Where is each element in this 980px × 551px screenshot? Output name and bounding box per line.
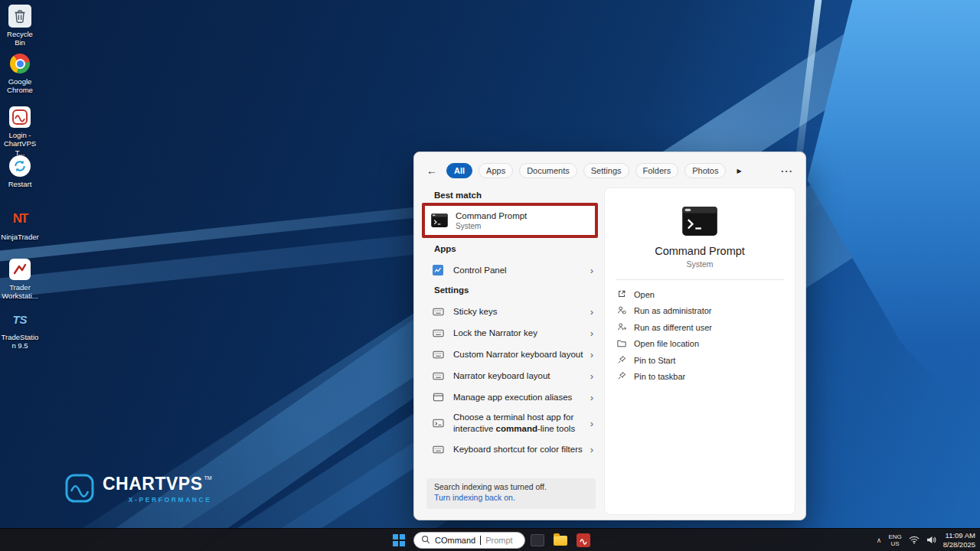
command-prompt-icon-large bbox=[682, 207, 717, 236]
clock-time: 11:09 AM bbox=[943, 531, 975, 540]
action-pin-to-taskbar[interactable]: Pin to taskbar bbox=[605, 369, 795, 386]
chevron-right-icon[interactable]: › bbox=[590, 370, 593, 382]
tab-settings[interactable]: Settings bbox=[583, 163, 629, 178]
tradestation-icon: TS bbox=[8, 308, 31, 331]
desktop-icon-chartvps-login[interactable]: Login - ChartVPS T... bbox=[2, 106, 38, 157]
windows-logo-icon bbox=[393, 534, 405, 546]
settings-results-list: Sticky keys › Lock the Narrator key › Cu… bbox=[425, 301, 598, 460]
action-open-file-location[interactable]: Open file location bbox=[605, 336, 795, 353]
desktop-icon-label: Trader Workstati... bbox=[2, 283, 38, 301]
chevron-right-icon[interactable]: › bbox=[590, 306, 593, 318]
desktop-icon-label: Recycle Bin bbox=[2, 30, 38, 47]
keyboard-icon bbox=[432, 328, 444, 338]
command-prompt-icon bbox=[431, 214, 448, 227]
restart-icon bbox=[8, 155, 31, 178]
desktop-icon-restart[interactable]: Restart bbox=[2, 155, 38, 188]
desktop-icon-tradestation[interactable]: TS TradeStation 9.5 bbox=[2, 308, 38, 350]
search-typed-text: COmmand bbox=[435, 536, 475, 545]
watermark-tagline: X-PERFORMANCE bbox=[103, 496, 212, 504]
result-color-filters-shortcut[interactable]: Keyboard shortcut for color filters › bbox=[425, 439, 598, 460]
ninjatrader-icon: NT bbox=[8, 207, 31, 230]
chevron-right-icon[interactable]: › bbox=[590, 328, 593, 339]
result-label: Lock the Narrator key bbox=[453, 328, 537, 339]
result-preview-pane: Command Prompt System Open Run as admini… bbox=[604, 187, 795, 515]
result-title: Command Prompt bbox=[456, 211, 527, 220]
desktop-icon-label: Login - ChartVPS T... bbox=[2, 131, 38, 157]
action-open[interactable]: Open bbox=[605, 286, 795, 303]
desktop-screen: Recycle Bin Google Chrome Login - ChartV… bbox=[0, 0, 980, 551]
result-app-execution-aliases[interactable]: Manage app execution aliases › bbox=[425, 386, 598, 408]
desktop-icon-label: Restart bbox=[8, 180, 32, 188]
taskbar-clock[interactable]: 11:09 AM 8/28/2025 bbox=[943, 531, 975, 549]
text-cursor bbox=[480, 536, 481, 545]
chartvps-watermark: CHARTVPS TM X-PERFORMANCE bbox=[64, 473, 212, 504]
taskbar: COmmand Prompt ∧ ENG US 11:09 AM 8/28/20… bbox=[0, 528, 980, 551]
result-custom-narrator-layout[interactable]: Custom Narrator keyboard layout › bbox=[425, 344, 598, 365]
desktop-icon-recycle-bin[interactable]: Recycle Bin bbox=[2, 5, 38, 47]
watermark-brand: CHARTVPS bbox=[103, 474, 203, 494]
taskbar-file-explorer[interactable] bbox=[553, 533, 568, 548]
dark-app-icon bbox=[531, 534, 544, 546]
chevron-right-icon[interactable]: › bbox=[590, 418, 593, 429]
chartvps-logo-icon bbox=[64, 473, 95, 504]
watermark-tm: TM bbox=[204, 475, 212, 481]
start-button[interactable] bbox=[390, 532, 407, 549]
search-icon bbox=[421, 533, 430, 547]
volume-icon[interactable] bbox=[926, 533, 936, 547]
trader-workstation-icon bbox=[8, 258, 31, 281]
language-indicator[interactable]: ENG US bbox=[888, 533, 901, 547]
search-flyout-panel: ← All Apps Documents Settings Folders Ph… bbox=[413, 152, 806, 520]
taskbar-app-dark-window[interactable] bbox=[530, 533, 545, 548]
chevron-right-icon[interactable]: › bbox=[590, 349, 593, 360]
tray-overflow-chevron-icon[interactable]: ∧ bbox=[877, 536, 882, 544]
search-filter-tabs: ← All Apps Documents Settings Folders Ph… bbox=[426, 161, 793, 180]
tab-folders[interactable]: Folders bbox=[635, 163, 679, 178]
result-narrator-layout[interactable]: Narrator keyboard layout › bbox=[425, 365, 598, 386]
result-terminal-host-app[interactable]: Choose a terminal host app for interacti… bbox=[425, 408, 598, 439]
back-arrow-icon[interactable]: ← bbox=[426, 165, 440, 177]
tab-photos[interactable]: Photos bbox=[684, 163, 726, 178]
system-tray: ∧ ENG US 11:09 AM 8/28/2025 bbox=[877, 529, 975, 551]
result-label: Manage app execution aliases bbox=[453, 392, 572, 403]
chevron-right-icon[interactable]: › bbox=[590, 392, 593, 403]
chevron-right-icon[interactable]: › bbox=[590, 265, 593, 276]
action-run-as-administrator[interactable]: Run as administrator bbox=[605, 303, 795, 320]
result-sticky-keys[interactable]: Sticky keys › bbox=[425, 301, 598, 322]
folder-icon bbox=[617, 337, 626, 350]
action-pin-to-start[interactable]: Pin to Start bbox=[605, 352, 795, 369]
more-tabs-icon[interactable]: ▶ bbox=[737, 168, 741, 174]
desktop-icon-label: Google Chrome bbox=[2, 77, 38, 95]
indexing-message: Search indexing was turned off. bbox=[434, 482, 588, 491]
search-suggestion-text: Prompt bbox=[485, 536, 512, 545]
network-icon[interactable] bbox=[909, 533, 920, 547]
indexing-link[interactable]: Turn indexing back on. bbox=[434, 493, 588, 502]
apps-results-list: Control Panel › bbox=[425, 259, 598, 281]
desktop-icon-label: NinjaTrader bbox=[1, 233, 38, 241]
control-panel-icon bbox=[432, 264, 444, 276]
tab-documents[interactable]: Documents bbox=[519, 163, 577, 178]
result-control-panel[interactable]: Control Panel › bbox=[425, 259, 598, 281]
tab-all[interactable]: All bbox=[446, 163, 472, 178]
pin-icon bbox=[617, 354, 626, 367]
desktop-icon-google-chrome[interactable]: Google Chrome bbox=[2, 52, 38, 95]
pin-icon bbox=[617, 370, 626, 383]
desktop-icon-ninjatrader[interactable]: NT NinjaTrader bbox=[2, 207, 38, 241]
tab-apps[interactable]: Apps bbox=[479, 163, 513, 178]
action-run-as-different-user[interactable]: Run as different user bbox=[605, 319, 795, 336]
taskbar-search-box[interactable]: COmmand Prompt bbox=[413, 532, 525, 549]
result-lock-narrator-key[interactable]: Lock the Narrator key › bbox=[425, 322, 598, 344]
admin-user-icon bbox=[617, 304, 626, 318]
recycle-bin-icon bbox=[8, 5, 31, 28]
options-ellipsis-icon[interactable]: ··· bbox=[781, 165, 793, 177]
taskbar-app-red[interactable] bbox=[576, 533, 591, 548]
best-match-result[interactable]: Command Prompt System bbox=[456, 211, 527, 230]
result-label: Custom Narrator keyboard layout bbox=[453, 349, 583, 360]
result-label: Control Panel bbox=[453, 265, 507, 276]
chrome-icon bbox=[8, 52, 31, 75]
desktop-icon-trader-workstation[interactable]: Trader Workstati... bbox=[2, 258, 38, 301]
preview-actions: Open Run as administrator Run as differe… bbox=[605, 280, 795, 385]
chevron-right-icon[interactable]: › bbox=[590, 444, 593, 455]
result-subtitle: System bbox=[456, 222, 527, 230]
chartvps-login-icon bbox=[8, 106, 31, 129]
keyboard-icon bbox=[432, 444, 444, 455]
